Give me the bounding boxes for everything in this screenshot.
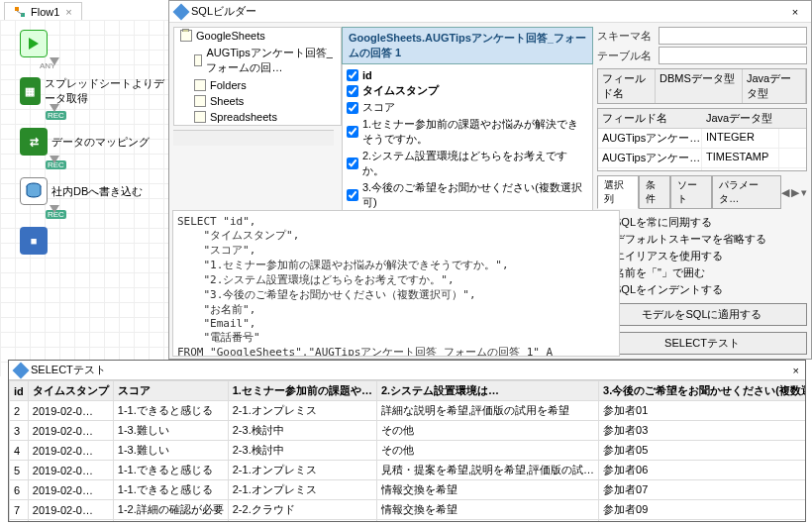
cell: 1-1.できると感じる [113,480,228,500]
tab-sort[interactable]: ソート [670,175,712,209]
folder-icon [180,30,192,42]
field-checkbox[interactable] [347,69,358,81]
option-check[interactable]: エイリアスを使用する [597,249,807,263]
option-check[interactable]: SQLをインデントする [597,282,807,297]
col-header[interactable]: 3.今後のご希望をお聞かせください(複数選択… [599,381,805,401]
field-row[interactable]: 3.今後のご希望をお聞かせください(複数選択可) [347,179,588,211]
tree-label: Spreadsheets [210,111,277,123]
cell: その他 [376,441,598,461]
dt-row[interactable]: AUGTipsアンケー…VARCHAR [598,168,806,171]
col-header[interactable]: id [10,381,29,401]
field-row[interactable]: id [347,68,588,82]
schema-tree[interactable]: GoogleSheets AUGTipsアンケート回答_フォームの回… Fold… [173,27,342,126]
dt-scroll-head [779,109,791,128]
table-row[interactable]: 52019-02-0…1-1.できると感じる2-1.オンプレミス見積・提案を希望… [10,461,806,480]
table-row[interactable]: 42019-02-0…1-3.難しい2-3.検討中その他参加者05user05@… [10,441,806,461]
flow-node-start[interactable] [20,30,164,57]
cell: 参加者10 [599,520,805,522]
table-row[interactable]: 72019-02-0…1-2.詳細の確認が必要2-2.クラウド情報交換を希望参加… [10,500,806,520]
result-table-scroll[interactable]: idタイムスタンプスコア1.セミナー参加前の課題や…2.システム設置環境は…3.… [9,380,805,521]
table-input[interactable] [659,47,807,64]
field-checkbox[interactable] [347,85,358,97]
result-table: idタイムスタンプスコア1.セミナー参加前の課題や…2.システム設置環境は…3.… [9,380,805,521]
tree-root[interactable]: GoogleSheets [174,28,341,44]
cell: 1-1.できると感じる [113,461,228,480]
tree-item[interactable]: AUGTipsアンケート回答_フォームの回… [174,44,341,77]
mapping-icon: ⇄ [20,128,48,156]
col-header[interactable]: タイムスタンプ [28,381,113,401]
field-label: 1.セミナー参加前の課題やお悩みが解決できそうですか。 [362,117,588,147]
select-test-titlebar[interactable]: SELECTテスト × [9,361,805,380]
sql-text[interactable]: SELECT "id", "タイムスタンプ", "スコア", "1.セミナー参加… [172,210,620,357]
cell: 2019-02-0… [28,441,113,461]
apply-model-button[interactable]: モデルをSQLに適用する [597,303,807,326]
close-icon[interactable]: × [63,6,73,18]
cell: 2-1.オンプレミス [228,480,376,500]
dt-row[interactable]: AUGTipsアンケー…TIMESTAMP [598,149,806,168]
sql-builder-titlebar[interactable]: SQLビルダー × [169,1,811,23]
field-row[interactable]: 1.セミナー参加前の課題やお悩みが解決できそうですか。 [347,116,588,148]
close-icon[interactable]: × [793,365,799,376]
tree-item[interactable]: Spreadsheets [174,109,341,125]
table-row[interactable]: 62019-02-0…1-1.できると感じる2-1.オンプレミス情報交換を希望参… [10,480,806,500]
schema-input[interactable] [659,27,807,45]
tree-h-scrollbar[interactable] [173,130,334,146]
sheet-icon: ▦ [20,77,41,105]
table-row[interactable]: 32019-02-0…1-3.難しい2-3.検討中その他参加者03user03@… [10,421,806,441]
option-check[interactable]: デフォルトスキーマを省略する [597,232,807,247]
col-header[interactable]: 2.システム設置環境は… [376,381,598,401]
table-icon [194,95,206,107]
database-icon [20,177,48,205]
dt-type: TIMESTAMP [702,149,779,167]
tree-item[interactable]: Sheets [174,93,341,109]
tab-prev-icon[interactable]: ◀ [781,186,789,199]
datatype-table[interactable]: フィールド名 Javaデータ型 AUGTipsアンケー…INTEGERAUGTi… [597,108,807,171]
rec-badge: REC [46,111,66,120]
sql-builder-title: SQLビルダー [191,4,256,19]
cell: 参加者05 [599,441,805,461]
option-check[interactable]: 名前を「"」で囲む [597,265,807,280]
flow-node-sheet[interactable]: ▦ スプレッドシートよりデータ取得 REC [20,76,164,106]
dt-field: AUGTipsアンケー… [598,129,702,148]
col-header[interactable]: スコア [113,381,228,401]
table-icon [194,54,202,66]
field-checkbox[interactable] [347,158,358,169]
cube-icon [173,3,190,20]
field-checkbox[interactable] [347,126,358,138]
flow-node-label: 社内DBへ書き込む [51,184,143,199]
cell: 1-3.難しい [113,520,228,522]
cell: 1-1.できると感じる [113,401,228,421]
flow-canvas[interactable]: ANY ▦ スプレッドシートよりデータ取得 REC ⇄ データのマッピング RE… [0,20,168,376]
field-label: 2.システム設置環境はどちらをお考えですか。 [362,149,588,178]
flow-node-end[interactable]: ■ [20,227,164,255]
dt-row[interactable]: AUGTipsアンケー…INTEGER [598,129,806,149]
field-row[interactable]: スコア [347,99,588,116]
field-row[interactable]: 2.システム設置環境はどちらをお考えですか。 [347,148,588,179]
cell: 6 [10,480,29,500]
close-icon[interactable]: × [785,6,805,18]
cell: 2019-02-0… [28,520,113,522]
flow-tab[interactable]: Flow1 × [4,2,82,21]
select-test-button[interactable]: SELECTテスト [597,332,807,355]
table-row[interactable]: 22019-02-0…1-1.できると感じる2-1.オンプレミス詳細な説明を希望… [10,401,806,421]
tab-params[interactable]: パラメータ… [712,175,781,209]
col-header[interactable]: 1.セミナー参加前の課題や… [228,381,376,401]
tab-next-icon[interactable]: ▶ [791,186,799,199]
tree-item[interactable]: Folders [174,77,341,93]
flow-node-db[interactable]: 社内DBへ書き込む REC [20,177,164,205]
tab-select-cols[interactable]: 選択列 [597,175,639,209]
option-check[interactable]: SQLを常に同期する [597,215,807,230]
tab-menu-icon[interactable]: ▾ [801,186,807,199]
cell: 2-1.オンプレミス [228,401,376,421]
table-row[interactable]: 82019-02-0…1-3.難しい2-3.検討中評価版の試用を希望,情報交換を… [10,520,806,522]
field-row[interactable]: タイムスタンプ [347,82,588,99]
cell: 2-2.クラウド [228,500,376,520]
dt-type: VARCHAR [702,168,779,171]
cell: 2-3.検討中 [228,421,376,441]
field-checkbox[interactable] [347,102,358,114]
flow-node-mapping[interactable]: ⇄ データのマッピング REC [20,128,164,156]
field-checkbox[interactable] [347,189,358,201]
tab-conditions[interactable]: 条件 [639,175,671,209]
arrow-icon [50,57,59,65]
cell: 情報交換を希望 [376,480,598,500]
